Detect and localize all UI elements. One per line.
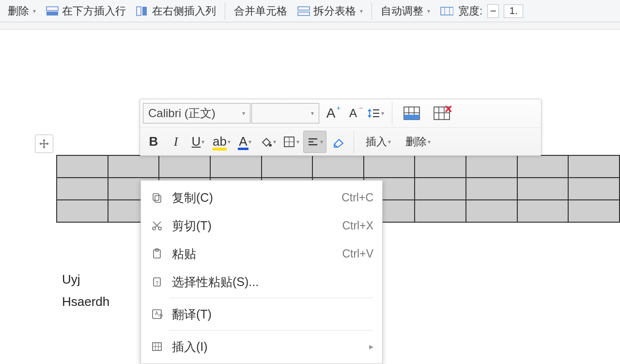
svg-rect-17 [434, 107, 450, 120]
insert-table-button[interactable] [397, 105, 426, 121]
svg-rect-0 [46, 7, 58, 11]
ctx-insert-label: 插入(I) [172, 339, 361, 355]
auto-fit-label: 自动调整 [381, 4, 423, 18]
align-button[interactable]: ▾ [303, 131, 326, 153]
table-icon [150, 341, 164, 352]
font-name-selector[interactable]: Calibri (正文) ▾ [143, 103, 250, 123]
dropdown-icon: ▾ [273, 138, 276, 145]
ctx-paste-label: 粘贴 [172, 246, 334, 262]
svg-rect-6 [441, 7, 453, 15]
split-table-icon [297, 5, 310, 17]
svg-rect-28 [153, 194, 159, 200]
svg-text:?: ? [155, 280, 158, 286]
ctx-divider [169, 330, 373, 331]
mini-toolbar-row2: B I U ▾ ab ▾ A ▾ ▾ ▾ ▾ 插入 [140, 127, 541, 155]
body-line: Uyj [62, 269, 109, 291]
insert-table-icon [402, 105, 421, 121]
dropdown-icon: ▾ [427, 8, 430, 15]
width-value[interactable]: 1. [504, 4, 523, 18]
bold-button[interactable]: B [143, 131, 164, 153]
eraser-button[interactable] [327, 131, 349, 153]
ctx-cut[interactable]: 剪切(T) Ctrl+X [141, 212, 382, 240]
delete-dropdown[interactable]: 删除 ▾ [4, 2, 40, 20]
ctx-insert[interactable]: 插入(I) ▸ [141, 333, 382, 361]
scissors-icon [150, 220, 164, 231]
dropdown-icon: ▾ [381, 110, 384, 117]
clipboard-options-icon: ? [150, 276, 164, 288]
width-decrement[interactable]: − [487, 4, 499, 18]
ctx-paste[interactable]: 粘贴 Ctrl+V [141, 240, 382, 268]
line-spacing-button[interactable]: ▾ [365, 102, 387, 124]
insert-row-below-button[interactable]: 在下方插入行 [42, 2, 130, 20]
ctx-paste-special[interactable]: ? 选择性粘贴(S)... [141, 268, 382, 296]
borders-icon [283, 136, 295, 148]
ctx-copy-label: 复制(C) [172, 190, 334, 206]
ctx-copy-shortcut: Ctrl+C [341, 191, 373, 204]
dropdown-icon: ▾ [33, 8, 36, 15]
context-menu: 复制(C) Ctrl+C 剪切(T) Ctrl+X 粘贴 Ctrl+V ? 选择… [140, 180, 383, 364]
dropdown-icon: ▾ [248, 138, 251, 145]
font-color-button[interactable]: A ▾ [234, 131, 256, 153]
borders-button[interactable]: ▾ [280, 131, 302, 153]
width-icon [440, 5, 453, 17]
font-name-value: Calibri (正文) [148, 106, 216, 121]
clipboard-icon [150, 248, 164, 259]
submenu-arrow-icon: ▸ [369, 341, 373, 352]
svg-rect-1 [46, 12, 58, 15]
insert-col-right-icon [136, 5, 149, 17]
italic-button[interactable]: I [165, 131, 186, 153]
insert-row-below-icon [46, 5, 59, 17]
insert-row-below-label: 在下方插入行 [62, 4, 126, 18]
svg-rect-2 [137, 7, 141, 15]
font-size-selector[interactable]: ▾ [251, 103, 319, 123]
dropdown-icon: ▾ [360, 8, 363, 15]
ctx-copy[interactable]: 复制(C) Ctrl+C [141, 183, 382, 212]
svg-rect-3 [142, 7, 147, 15]
delete-label: 删除 [8, 4, 29, 18]
insert-dropdown[interactable]: 插入 ▾ [359, 131, 398, 153]
dropdown-icon: ▾ [311, 110, 314, 117]
dropdown-icon: ▾ [296, 138, 299, 145]
ctx-cut-label: 剪切(T) [172, 218, 334, 234]
dropdown-icon: ▾ [428, 138, 431, 145]
dropdown-icon: ▾ [202, 138, 204, 145]
merge-cells-label: 合并单元格 [234, 4, 287, 18]
underline-button[interactable]: U ▾ [187, 131, 209, 153]
ctx-paste-shortcut: Ctrl+V [342, 247, 373, 260]
split-table-dropdown[interactable]: 拆分表格 ▾ [293, 2, 367, 20]
move-icon [38, 138, 50, 150]
ctx-translate[interactable]: A中 翻译(T) [141, 300, 382, 328]
ctx-divider [169, 298, 373, 298]
dropdown-icon: ▾ [320, 138, 323, 145]
table-ribbon: 删除 ▾ 在下方插入行 在右侧插入列 合并单元格 拆分表格 ▾ 自动调整 ▾ 宽… [0, 0, 620, 22]
split-table-label: 拆分表格 [313, 4, 356, 18]
width-control: 宽度: − 1. [436, 2, 527, 20]
insert-col-right-button[interactable]: 在右侧插入列 [132, 2, 220, 20]
ribbon-separator [225, 2, 225, 20]
delete-dropdown[interactable]: 删除 ▾ [399, 131, 437, 153]
merge-cells-button[interactable]: 合并单元格 [230, 2, 291, 20]
delete-table-button[interactable] [427, 105, 456, 121]
svg-text:中: 中 [158, 313, 163, 318]
shrink-font-button[interactable]: A− [342, 102, 364, 124]
highlight-button[interactable]: ab ▾ [210, 131, 233, 153]
ctx-paste-special-label: 选择性粘贴(S)... [172, 274, 373, 290]
dropdown-icon: ▾ [242, 110, 245, 117]
width-label: 宽度: [458, 4, 482, 18]
table-move-handle[interactable] [35, 135, 53, 153]
mini-toolbar-row1: Calibri (正文) ▾ ▾ A+ A− ▾ [140, 99, 541, 127]
dropdown-icon: ▾ [228, 138, 231, 145]
svg-rect-29 [155, 196, 161, 202]
auto-fit-dropdown[interactable]: 自动调整 ▾ [377, 2, 434, 20]
grow-font-button[interactable]: A+ [320, 102, 341, 124]
shading-button[interactable]: ▾ [257, 131, 279, 153]
svg-point-21 [269, 144, 272, 147]
svg-rect-5 [298, 12, 310, 15]
eraser-icon [331, 136, 345, 148]
translate-icon: A中 [150, 308, 164, 320]
body-text: Uyj Hsaerdh [62, 269, 109, 313]
separator [354, 130, 354, 153]
align-left-icon [307, 136, 319, 148]
bucket-icon [260, 136, 272, 148]
ctx-translate-label: 翻译(T) [172, 306, 373, 322]
